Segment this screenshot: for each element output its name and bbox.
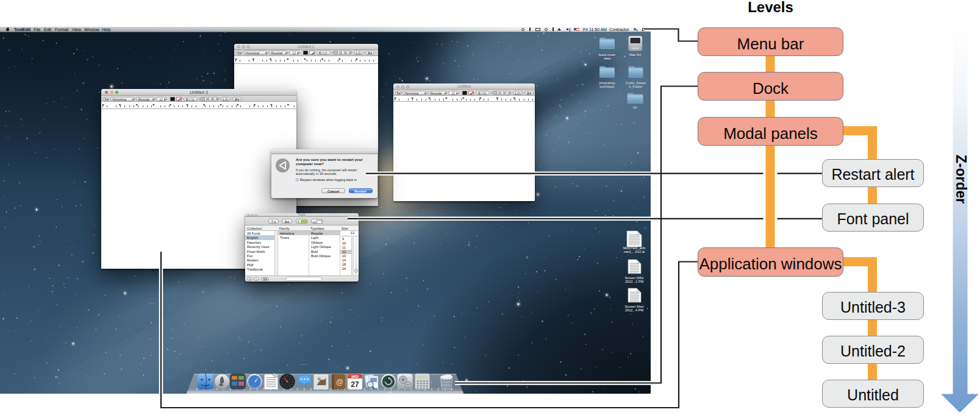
svg-text:oard_...012.ai: oard_...012.ai bbox=[624, 250, 645, 254]
svg-text:@: @ bbox=[336, 378, 343, 386]
svg-text:WED: WED bbox=[351, 375, 359, 378]
svg-text:idea: idea bbox=[604, 57, 610, 60]
svg-text:Mac Art: Mac Art bbox=[629, 53, 641, 57]
svg-text:technique: technique bbox=[599, 85, 614, 88]
svg-text:art: art bbox=[633, 105, 637, 109]
svg-text:2012...4 PM: 2012...4 PM bbox=[625, 308, 644, 312]
svg-text:k_Folder: k_Folder bbox=[629, 85, 643, 88]
svg-text:2012...1 PM: 2012...1 PM bbox=[625, 280, 644, 283]
svg-text:27: 27 bbox=[351, 380, 359, 389]
